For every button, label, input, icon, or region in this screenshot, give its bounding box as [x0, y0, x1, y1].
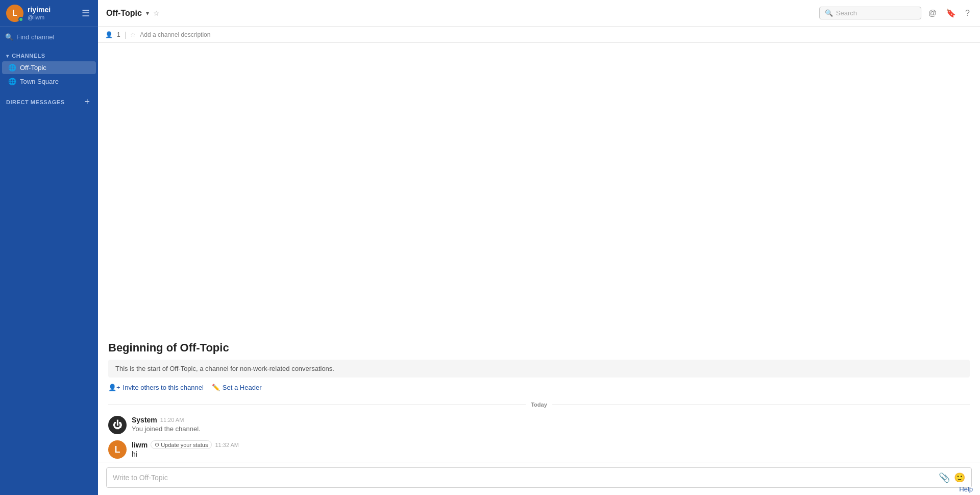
section-toggle-icon: ▾: [6, 53, 9, 59]
channel-dropdown-icon[interactable]: ▾: [146, 10, 149, 17]
invite-icon: 👤+: [108, 384, 120, 391]
system-icon: ⏻: [113, 420, 122, 431]
avatar-initial: L: [12, 9, 17, 18]
status-badge[interactable]: ⊙ Update your status: [151, 440, 212, 449]
desc-star-icon[interactable]: ☆: [130, 31, 136, 38]
status-badge-icon: ⊙: [155, 441, 159, 448]
message-text: hi: [132, 450, 970, 458]
message-header: System 11:20 AM: [132, 416, 970, 424]
sidebar-header: L riyimei @liwm ☰: [0, 0, 98, 27]
channels-label: CHANNELS: [12, 53, 45, 59]
beginning-title: Beginning of Off-Topic: [108, 341, 970, 355]
channels-section-header: ▾ CHANNELS: [0, 48, 98, 61]
channel-item-label: Town Square: [20, 78, 59, 85]
status-dot: [18, 17, 23, 22]
message-author: System: [132, 416, 157, 424]
sidebar-item-town-square[interactable]: 🌐 Town Square: [2, 75, 96, 88]
member-count: 1: [117, 31, 120, 38]
search-input[interactable]: [836, 9, 916, 17]
add-description-link[interactable]: Add a channel description: [140, 31, 210, 38]
help-button[interactable]: ?: [963, 7, 972, 20]
dm-section-header: DIRECT MESSAGES +: [0, 88, 98, 110]
main-content: Off-Topic ▾ ☆ 🔍 @ 🔖 ? 👤 1 | ☆ Add a chan…: [98, 0, 980, 495]
user-message-avatar: L: [108, 440, 127, 459]
channel-desc-bar: 👤 1 | ☆ Add a channel description: [98, 27, 980, 43]
status-badge-label: Update your status: [161, 442, 208, 448]
compose-input[interactable]: [113, 474, 935, 482]
set-header-label: Set a Header: [223, 384, 262, 391]
message-author: liwm: [132, 441, 148, 449]
divider-line-right: [552, 405, 970, 405]
system-avatar: ⏻: [108, 416, 127, 434]
channel-title: Off-Topic: [106, 9, 142, 18]
favorite-star-icon[interactable]: ☆: [153, 9, 160, 17]
beginning-description: This is the start of Off-Topic, a channe…: [108, 360, 970, 378]
search-icon: 🔍: [825, 9, 833, 17]
help-bar: Help: [952, 483, 980, 495]
pencil-icon: ✏️: [212, 384, 220, 391]
user-info: riyimei @liwm: [28, 6, 80, 20]
find-channel-input[interactable]: [16, 33, 102, 41]
today-divider: Today: [98, 396, 980, 413]
search-box: 🔍: [819, 7, 921, 19]
user-name: riyimei: [28, 6, 80, 14]
messages-area: Beginning of Off-Topic This is the start…: [98, 43, 980, 462]
beginning-actions: 👤+ Invite others to this channel ✏️ Set …: [108, 384, 970, 391]
today-label: Today: [531, 402, 547, 408]
compose-box: 📎 🙂: [106, 467, 972, 488]
hamburger-button[interactable]: ☰: [80, 6, 92, 21]
invite-others-link[interactable]: 👤+ Invite others to this channel: [108, 384, 204, 391]
user-handle: @liwm: [28, 14, 80, 20]
separator: |: [125, 31, 127, 39]
set-header-link[interactable]: ✏️ Set a Header: [212, 384, 262, 391]
channel-item-label: Off-Topic: [20, 64, 46, 72]
divider-line-left: [108, 405, 526, 405]
sidebar: L riyimei @liwm ☰ 🔍 + ▾ CHANNELS 🌐 Off-T…: [0, 0, 98, 495]
message-time: 11:32 AM: [215, 442, 238, 448]
message-text: You joined the channel.: [132, 425, 970, 433]
emoji-button[interactable]: 🙂: [954, 472, 965, 483]
globe-icon: 🌐: [8, 78, 16, 85]
invite-label: Invite others to this channel: [123, 384, 204, 391]
at-mention-button[interactable]: @: [926, 7, 939, 20]
message-header: liwm ⊙ Update your status 11:32 AM: [132, 440, 970, 449]
beginning-section: Beginning of Off-Topic This is the start…: [98, 331, 980, 396]
message-content: System 11:20 AM You joined the channel.: [132, 416, 970, 433]
dm-label: DIRECT MESSAGES: [6, 99, 65, 105]
messages-spacer: [98, 43, 980, 331]
compose-bar: 📎 🙂: [98, 462, 980, 495]
add-dm-button[interactable]: +: [82, 96, 92, 108]
topbar: Off-Topic ▾ ☆ 🔍 @ 🔖 ?: [98, 0, 980, 27]
message-row: L liwm ⊙ Update your status 11:32 AM hi: [98, 437, 980, 462]
attachment-button[interactable]: 📎: [939, 472, 950, 483]
user-avatar-initial: L: [115, 444, 120, 455]
message-content: liwm ⊙ Update your status 11:32 AM hi: [132, 440, 970, 458]
bookmark-button[interactable]: 🔖: [944, 6, 958, 20]
find-channel-row: 🔍 +: [0, 27, 98, 48]
message-row: ⏻ System 11:20 AM You joined the channel…: [98, 413, 980, 437]
sidebar-item-off-topic[interactable]: 🌐 Off-Topic: [2, 61, 96, 74]
search-icon: 🔍: [5, 33, 13, 41]
globe-icon: 🌐: [8, 64, 16, 72]
topbar-right: 🔍 @ 🔖 ?: [819, 6, 972, 20]
avatar[interactable]: L: [6, 5, 23, 22]
message-time: 11:20 AM: [160, 417, 184, 423]
topbar-left: Off-Topic ▾ ☆: [106, 9, 160, 18]
help-link[interactable]: Help: [959, 485, 973, 493]
member-icon: 👤: [105, 31, 113, 38]
